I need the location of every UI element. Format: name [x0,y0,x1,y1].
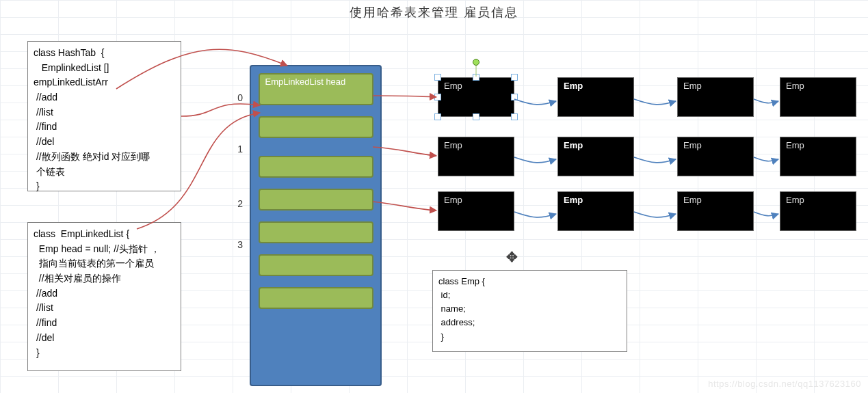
index-2: 2 [229,198,243,209]
resize-handle-s[interactable] [473,113,479,120]
bucket-5 [259,254,373,276]
emp-node-r2-c3: Emp [780,191,856,231]
move-cursor-icon: ✥ [506,249,518,265]
bucket-1 [259,116,373,138]
emp-node-r1-c3: Emp [780,137,856,176]
bucket-6 [259,287,373,309]
watermark-text: https://blog.csdn.net/qq1137623160 [708,379,861,389]
diagram-title: 使用哈希表来管理 雇员信息 [0,4,868,21]
resize-handle-ne[interactable] [511,74,518,81]
emp-node-r2-c2: Emp [677,191,754,231]
resize-handle-n[interactable] [473,74,479,81]
resize-handle-se[interactable] [511,113,518,120]
index-1: 1 [229,144,243,154]
resize-handle-nw[interactable] [434,74,441,81]
emp-node-r0-c0[interactable]: Emp [438,77,514,117]
emp-node-r1-c0: Emp [438,137,514,176]
bucket-3 [259,189,373,211]
resize-handle-w[interactable] [434,94,441,100]
emp-node-r0-c3: Emp [780,77,856,117]
bucket-0-label: EmpLinkedList head [265,77,346,87]
hashtab-class-box: class HashTab { EmplinkedList [] empLink… [27,41,181,191]
resize-handle-sw[interactable] [434,113,441,120]
index-3: 3 [229,239,243,250]
emp-class-box: class Emp { id; name; address; } [432,270,627,352]
hash-bucket-array: EmpLinkedList head [250,65,382,386]
emp-node-r0-c1: Emp [557,77,634,117]
emp-node-r2-c1: Emp [557,191,634,231]
rotation-handle-icon[interactable] [473,59,479,66]
bucket-2 [259,156,373,178]
emp-node-r2-c0: Emp [438,191,514,231]
index-0: 0 [229,92,243,103]
emp-node-r0-c2: Emp [677,77,754,117]
emp-node-r1-c2: Emp [677,137,754,176]
bucket-0: EmpLinkedList head [259,73,373,105]
bucket-4 [259,221,373,243]
emp-node-r1-c1: Emp [557,137,634,176]
resize-handle-e[interactable] [511,94,518,100]
emplinkedlist-class-box: class EmpLinkedList { Emp head = null; /… [27,222,181,371]
